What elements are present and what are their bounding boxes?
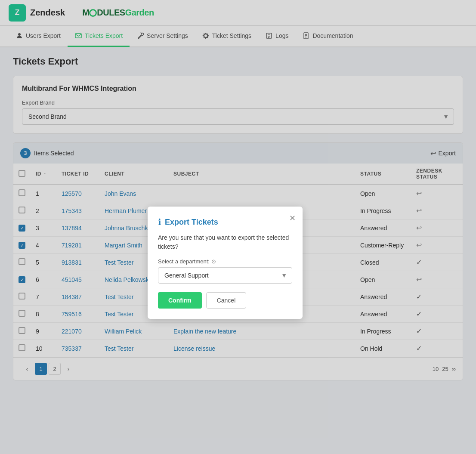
export-tickets-modal: ℹ Export Tickets ✕ Are you sure that you… — [148, 207, 303, 319]
confirm-button[interactable]: Confirm — [158, 292, 202, 309]
modal-actions: Confirm Cancel — [158, 292, 292, 309]
dept-help-icon[interactable]: ⊙ — [211, 258, 216, 265]
modal-select-wrapper: General Support Technical Support Billin… — [158, 267, 292, 284]
modal-header: ℹ Export Tickets — [158, 217, 292, 227]
info-icon: ℹ — [158, 217, 161, 227]
modal-close-button[interactable]: ✕ — [289, 213, 296, 223]
department-select[interactable]: General Support Technical Support Billin… — [158, 267, 292, 284]
modal-body-text: Are you sure that you want to export the… — [158, 233, 292, 251]
cancel-button[interactable]: Cancel — [206, 292, 247, 309]
modal-title: Export Tickets — [165, 218, 218, 227]
modal-dept-label: Select a department: ⊙ — [158, 258, 292, 265]
modal-overlay: ℹ Export Tickets ✕ Are you sure that you… — [0, 0, 476, 389]
